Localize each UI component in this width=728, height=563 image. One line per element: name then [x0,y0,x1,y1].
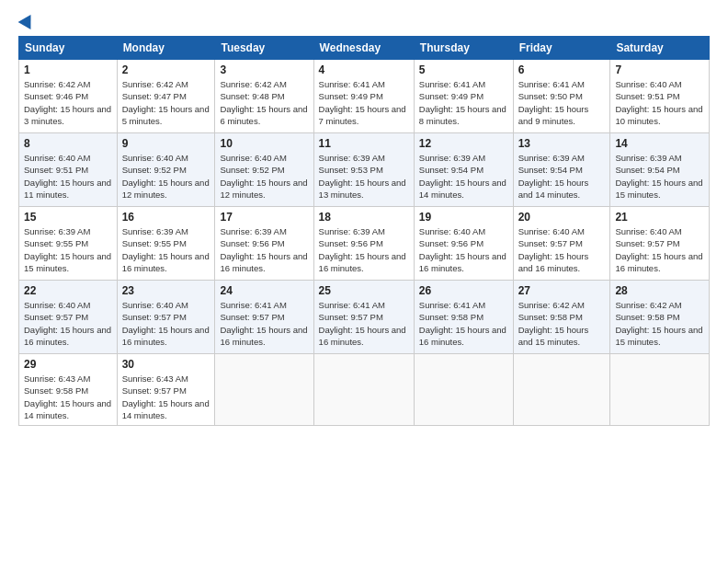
day-number: 15 [24,211,112,224]
day-number: 11 [319,137,409,150]
day-info: Sunrise: 6:41 AMSunset: 9:50 PMDaylight:… [518,79,589,126]
calendar-cell: 11 Sunrise: 6:39 AMSunset: 9:53 PMDaylig… [313,133,414,207]
calendar-cell: 2 Sunrise: 6:42 AMSunset: 9:47 PMDayligh… [117,60,215,133]
calendar-cell [414,354,513,426]
calendar-cell: 22 Sunrise: 6:40 AMSunset: 9:57 PMDaylig… [19,281,118,354]
day-number: 20 [518,211,606,224]
calendar-cell: 24 Sunrise: 6:41 AMSunset: 9:57 PMDaylig… [215,281,313,354]
calendar-cell: 26 Sunrise: 6:41 AMSunset: 9:58 PMDaylig… [414,281,513,354]
day-number: 6 [518,63,606,76]
calendar-header-row: Sunday Monday Tuesday Wednesday Thursday… [19,37,710,60]
header [18,14,710,27]
page: Sunday Monday Tuesday Wednesday Thursday… [0,0,728,563]
header-thursday: Thursday [414,37,513,60]
calendar-cell [610,354,710,426]
calendar-cell: 6 Sunrise: 6:41 AMSunset: 9:50 PMDayligh… [513,60,610,133]
day-number: 2 [122,63,210,76]
day-info: Sunrise: 6:39 AMSunset: 9:55 PMDaylight:… [24,226,111,273]
calendar-cell [313,354,414,426]
day-info: Sunrise: 6:39 AMSunset: 9:56 PMDaylight:… [319,226,406,273]
calendar-cell: 8 Sunrise: 6:40 AMSunset: 9:51 PMDayligh… [19,133,118,207]
day-number: 27 [518,284,606,297]
calendar-cell: 18 Sunrise: 6:39 AMSunset: 9:56 PMDaylig… [313,207,414,281]
calendar-cell [513,354,610,426]
calendar-cell: 1 Sunrise: 6:42 AMSunset: 9:46 PMDayligh… [19,60,118,133]
day-info: Sunrise: 6:43 AMSunset: 9:57 PMDaylight:… [122,373,210,420]
header-friday: Friday [513,37,610,60]
day-number: 8 [24,137,112,150]
day-info: Sunrise: 6:42 AMSunset: 9:58 PMDaylight:… [615,300,702,347]
calendar-cell: 21 Sunrise: 6:40 AMSunset: 9:57 PMDaylig… [610,207,710,281]
calendar-cell: 29 Sunrise: 6:43 AMSunset: 9:58 PMDaylig… [19,354,118,426]
day-info: Sunrise: 6:41 AMSunset: 9:57 PMDaylight:… [220,300,307,347]
day-number: 17 [220,211,308,224]
day-number: 16 [122,211,210,224]
day-info: Sunrise: 6:40 AMSunset: 9:57 PMDaylight:… [615,226,702,273]
day-info: Sunrise: 6:40 AMSunset: 9:57 PMDaylight:… [24,300,111,347]
day-number: 4 [319,63,409,76]
day-number: 21 [615,211,704,224]
day-info: Sunrise: 6:42 AMSunset: 9:48 PMDaylight:… [220,79,307,126]
day-number: 12 [419,137,508,150]
calendar-cell: 14 Sunrise: 6:39 AMSunset: 9:54 PMDaylig… [610,133,710,207]
calendar-cell: 27 Sunrise: 6:42 AMSunset: 9:58 PMDaylig… [513,281,610,354]
day-info: Sunrise: 6:42 AMSunset: 9:58 PMDaylight:… [518,300,589,347]
calendar-cell: 30 Sunrise: 6:43 AMSunset: 9:57 PMDaylig… [117,354,215,426]
day-info: Sunrise: 6:41 AMSunset: 9:57 PMDaylight:… [319,300,406,347]
calendar-cell: 17 Sunrise: 6:39 AMSunset: 9:56 PMDaylig… [215,207,313,281]
logo-triangle-icon [18,11,38,29]
calendar-row: 15 Sunrise: 6:39 AMSunset: 9:55 PMDaylig… [19,207,710,281]
day-info: Sunrise: 6:41 AMSunset: 9:49 PMDaylight:… [319,79,406,126]
calendar-row: 8 Sunrise: 6:40 AMSunset: 9:51 PMDayligh… [19,133,710,207]
calendar-row: 22 Sunrise: 6:40 AMSunset: 9:57 PMDaylig… [19,281,710,354]
day-number: 29 [24,358,112,371]
day-info: Sunrise: 6:40 AMSunset: 9:56 PMDaylight:… [419,226,506,273]
header-monday: Monday [117,37,215,60]
header-saturday: Saturday [610,37,710,60]
day-number: 1 [24,63,112,76]
day-number: 9 [122,137,210,150]
day-info: Sunrise: 6:40 AMSunset: 9:51 PMDaylight:… [24,153,111,200]
day-info: Sunrise: 6:39 AMSunset: 9:53 PMDaylight:… [319,153,406,200]
day-info: Sunrise: 6:39 AMSunset: 9:55 PMDaylight:… [122,226,210,273]
day-info: Sunrise: 6:40 AMSunset: 9:57 PMDaylight:… [518,226,589,273]
day-info: Sunrise: 6:40 AMSunset: 9:52 PMDaylight:… [220,153,307,200]
day-number: 19 [419,211,508,224]
day-info: Sunrise: 6:39 AMSunset: 9:54 PMDaylight:… [419,153,506,200]
day-number: 30 [122,358,210,371]
calendar-cell: 12 Sunrise: 6:39 AMSunset: 9:54 PMDaylig… [414,133,513,207]
day-number: 22 [24,284,112,297]
day-number: 28 [615,284,704,297]
day-number: 23 [122,284,210,297]
day-info: Sunrise: 6:42 AMSunset: 9:46 PMDaylight:… [24,79,111,126]
calendar-cell: 23 Sunrise: 6:40 AMSunset: 9:57 PMDaylig… [117,281,215,354]
day-info: Sunrise: 6:40 AMSunset: 9:57 PMDaylight:… [122,300,210,347]
calendar-row: 1 Sunrise: 6:42 AMSunset: 9:46 PMDayligh… [19,60,710,133]
day-info: Sunrise: 6:39 AMSunset: 9:56 PMDaylight:… [220,226,307,273]
calendar-cell: 9 Sunrise: 6:40 AMSunset: 9:52 PMDayligh… [117,133,215,207]
calendar-cell: 16 Sunrise: 6:39 AMSunset: 9:55 PMDaylig… [117,207,215,281]
day-info: Sunrise: 6:41 AMSunset: 9:58 PMDaylight:… [419,300,506,347]
calendar-row: 29 Sunrise: 6:43 AMSunset: 9:58 PMDaylig… [19,354,710,426]
calendar-cell: 5 Sunrise: 6:41 AMSunset: 9:49 PMDayligh… [414,60,513,133]
calendar-cell: 13 Sunrise: 6:39 AMSunset: 9:54 PMDaylig… [513,133,610,207]
day-number: 25 [319,284,409,297]
day-info: Sunrise: 6:42 AMSunset: 9:47 PMDaylight:… [122,79,210,126]
day-number: 3 [220,63,308,76]
day-number: 7 [615,63,704,76]
header-sunday: Sunday [19,37,118,60]
day-info: Sunrise: 6:43 AMSunset: 9:58 PMDaylight:… [24,373,111,420]
header-wednesday: Wednesday [313,37,414,60]
calendar-cell: 28 Sunrise: 6:42 AMSunset: 9:58 PMDaylig… [610,281,710,354]
calendar-cell: 7 Sunrise: 6:40 AMSunset: 9:51 PMDayligh… [610,60,710,133]
day-number: 5 [419,63,508,76]
calendar-cell: 10 Sunrise: 6:40 AMSunset: 9:52 PMDaylig… [215,133,313,207]
day-number: 10 [220,137,308,150]
day-number: 18 [319,211,409,224]
day-info: Sunrise: 6:40 AMSunset: 9:52 PMDaylight:… [122,153,210,200]
logo [18,14,35,27]
day-number: 26 [419,284,508,297]
day-info: Sunrise: 6:39 AMSunset: 9:54 PMDaylight:… [615,153,702,200]
calendar-cell [215,354,313,426]
day-info: Sunrise: 6:41 AMSunset: 9:49 PMDaylight:… [419,79,506,126]
